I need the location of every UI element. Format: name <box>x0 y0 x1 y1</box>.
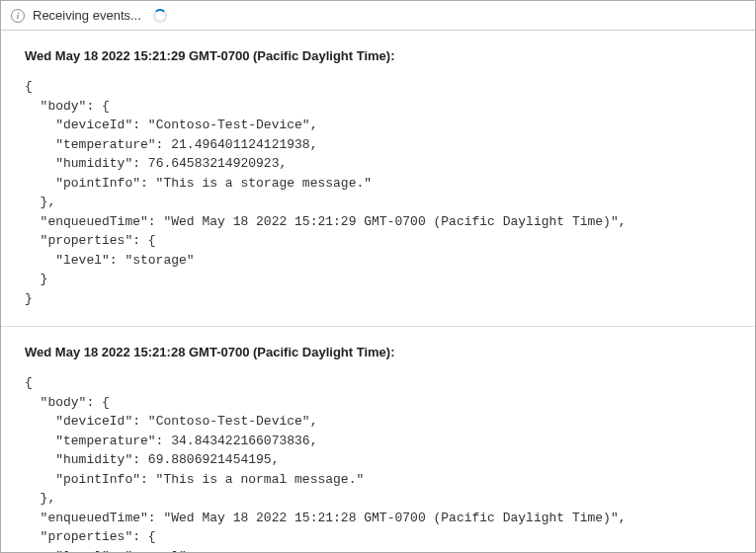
event-json-body: { "body": { "deviceId": "Contoso-Test-De… <box>25 373 731 552</box>
event-item: Wed May 18 2022 15:21:29 GMT-0700 (Pacif… <box>1 31 755 327</box>
event-level: normal <box>132 549 179 553</box>
event-item: Wed May 18 2022 15:21:28 GMT-0700 (Pacif… <box>1 327 755 552</box>
event-humidity: 76.64583214920923 <box>148 156 280 171</box>
event-json-body: { "body": { "deviceId": "Contoso-Test-De… <box>25 77 731 308</box>
event-enqueuedtime: Wed May 18 2022 15:21:28 GMT-0700 (Pacif… <box>171 511 611 525</box>
event-temperature: 21.496401124121938 <box>171 137 309 152</box>
event-timestamp-title: Wed May 18 2022 15:21:29 GMT-0700 (Pacif… <box>25 48 731 63</box>
event-pointinfo: This is a normal message. <box>163 472 356 487</box>
event-humidity: 69.8806921454195 <box>148 452 272 467</box>
event-deviceid: Contoso-Test-Device <box>156 118 302 132</box>
event-scroll-area[interactable]: Wed May 18 2022 15:21:29 GMT-0700 (Pacif… <box>1 31 755 552</box>
event-temperature: 34.843422166073836 <box>171 434 309 448</box>
event-deviceid: Contoso-Test-Device <box>156 414 302 429</box>
event-level: storage <box>132 253 187 268</box>
event-pointinfo: This is a storage message. <box>163 176 364 191</box>
status-header: i Receiving events... <box>1 1 755 31</box>
info-icon: i <box>11 9 25 23</box>
event-timestamp-title: Wed May 18 2022 15:21:28 GMT-0700 (Pacif… <box>25 345 731 359</box>
event-enqueuedtime: Wed May 18 2022 15:21:29 GMT-0700 (Pacif… <box>171 214 611 229</box>
spinner-icon <box>153 9 167 23</box>
status-text: Receiving events... <box>33 8 141 23</box>
